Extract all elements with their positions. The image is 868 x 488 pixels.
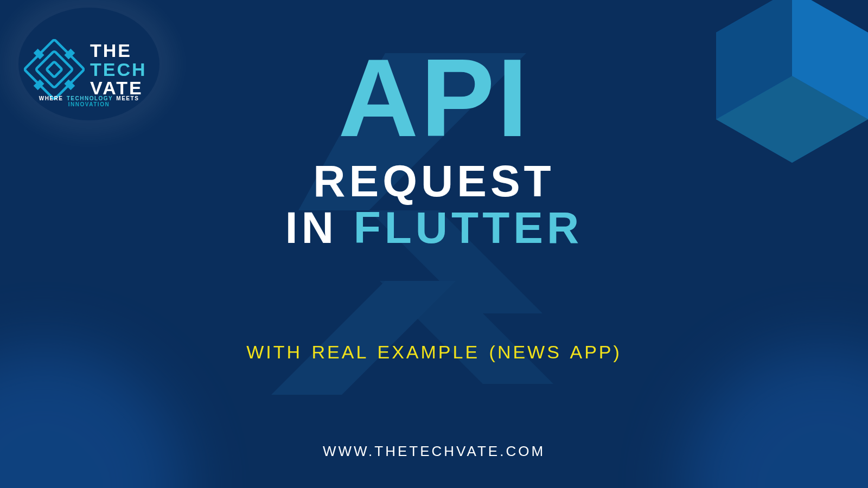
footer-site-url: WWW.THETECHVATE.COM xyxy=(0,443,868,460)
svg-marker-4 xyxy=(271,281,456,395)
headline-word-api: API xyxy=(0,49,868,146)
main-headline: API REQUEST IN FLUTTER xyxy=(0,49,868,252)
headline-line-in-flutter: IN FLUTTER xyxy=(0,204,868,252)
headline-word-in: IN xyxy=(285,203,354,252)
subheading: WITH REAL EXAMPLE (NEWS APP) xyxy=(0,342,868,363)
headline-word-request: REQUEST xyxy=(0,158,868,204)
svg-marker-3 xyxy=(380,281,553,384)
headline-word-flutter: FLUTTER xyxy=(354,203,583,252)
glow-blob-left xyxy=(0,347,184,488)
glow-blob-right xyxy=(684,347,868,488)
